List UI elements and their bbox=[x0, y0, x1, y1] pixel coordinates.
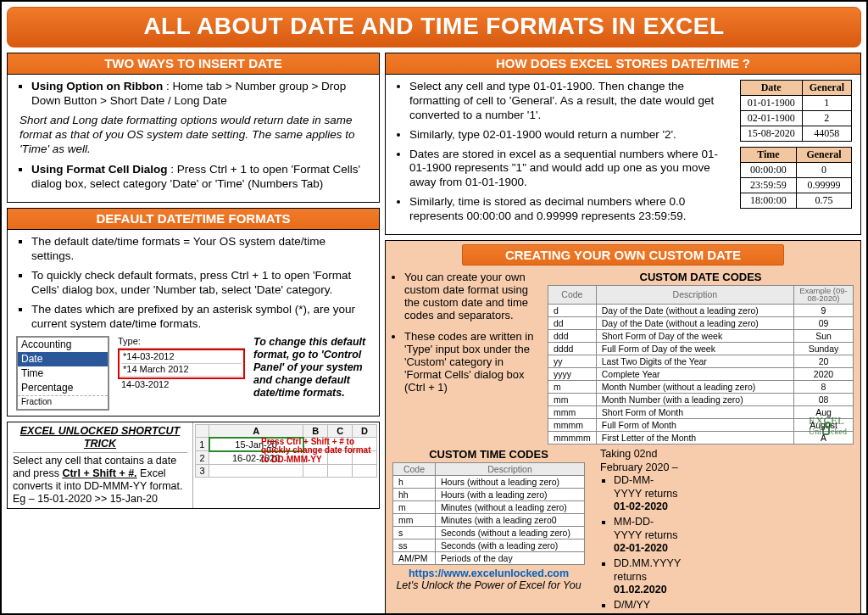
heading-custom: CREATING YOUR OWN CUSTOM DATE bbox=[462, 244, 785, 266]
time-code-row: ssSeconds (with a leading zero) bbox=[393, 539, 585, 551]
time-code-row: mMinutes (without a leading zero) bbox=[393, 500, 585, 513]
dc-h2: Example (09-08-2020) bbox=[794, 285, 854, 304]
date-code-row: ddDay of the Date (without a leading zer… bbox=[548, 316, 854, 329]
date-codes-table: Code Description Example (09-08-2020) dD… bbox=[548, 285, 854, 444]
stores-b2: Similarly, type 02-01-1900 would return … bbox=[409, 128, 733, 143]
opt1-label: Using Option on Ribbon bbox=[31, 80, 163, 92]
opt2-label: Using Format Cell Dialog bbox=[31, 163, 168, 176]
cat-fraction: Fraction bbox=[18, 395, 108, 409]
two-ways-item-2: Using Format Cell Dialog : Press Ctrl + … bbox=[31, 163, 370, 192]
trick-callout: Press Ctrl + Shift + # to quickly change… bbox=[261, 438, 376, 465]
heading-default-formats: DEFAULT DATE/TIME FORMATS bbox=[8, 209, 379, 230]
type-2: 14-03-2012 bbox=[118, 379, 245, 391]
date-code-row: yyLast Two Digits of the Year20 bbox=[548, 355, 854, 367]
dt-r2c1: 44058 bbox=[802, 126, 851, 142]
date-code-row: yyyyComplete Year2020 bbox=[548, 367, 854, 380]
time-code-row: sSeconds (without a leading zero) bbox=[393, 526, 585, 539]
date-code-row: mmMonth Number (with a leading zero)08 bbox=[548, 393, 854, 405]
cat-date: Date bbox=[18, 352, 108, 366]
stores-b1: Select any cell and type 01-01-1900. The… bbox=[409, 80, 733, 123]
tt-r0c0: 00:00:00 bbox=[740, 163, 796, 178]
type-1: *14 March 2012 bbox=[121, 364, 242, 377]
date-codes-block: CUSTOM DATE CODES Code Description Examp… bbox=[548, 271, 854, 444]
dt-r0c1: 1 bbox=[802, 96, 851, 111]
time-code-row: hhHours (with a leading zero) bbox=[393, 488, 585, 500]
custom-intro: You can create your own custom date form… bbox=[392, 271, 541, 444]
tt-r2c0: 18:00:00 bbox=[740, 193, 796, 209]
tt-r1c1: 0.99999 bbox=[797, 178, 852, 193]
footer-tagline: Let's Unlock the Power of Excel for You bbox=[396, 579, 581, 591]
date-code-row: ddddFull Form of Day of the weekSunday bbox=[548, 342, 854, 355]
dt-h1: Date bbox=[740, 81, 802, 96]
card-shortcut-trick: EXCEL UNLOCKED SHORTCUT TRICK Select any… bbox=[7, 422, 380, 509]
date-code-row: dddShort Form of Day of the weekSun bbox=[548, 329, 854, 342]
time-code-row: AM/PMPeriods of the day bbox=[393, 551, 585, 564]
dt-r1c0: 02-01-1900 bbox=[740, 111, 802, 126]
date-code-row: dDay of the Date (without a leading zero… bbox=[548, 304, 854, 316]
time-codes-table: Code Description hHours (without a leadi… bbox=[392, 462, 585, 565]
tc-h1: Description bbox=[436, 462, 585, 475]
date-code-row: mmmmFull Form of MonthAugust bbox=[548, 418, 854, 431]
defaults-b3: The dates which are prefixed by an aster… bbox=[31, 303, 370, 332]
tt-r1c0: 23:59:59 bbox=[740, 178, 796, 193]
stores-b4: Similarly, time is stored as decimal num… bbox=[409, 195, 733, 224]
page-title: ALL ABOUT DATE AND TIME FORMATS IN EXCEL bbox=[7, 7, 861, 48]
custom-intro-2: These codes are written in 'Type' input … bbox=[404, 330, 541, 394]
ex-3: DD.MM.YYYY returns 01.02.2020 bbox=[614, 557, 681, 597]
trick-key: Ctrl + Shift + #. bbox=[62, 467, 136, 479]
footer-link[interactable]: https://www.excelunlocked.com bbox=[409, 567, 569, 579]
defaults-b2: To quickly check default formats, press … bbox=[31, 269, 370, 298]
mock-type-list: Type: *14-03-2012 *14 March 2012 14-03-2… bbox=[118, 336, 245, 390]
two-ways-item-1: Using Option on Ribbon : Home tab > Numb… bbox=[31, 80, 370, 109]
dt-r1c1: 2 bbox=[802, 111, 851, 126]
dt-h2: General bbox=[802, 81, 851, 96]
trick-title: EXCEL UNLOCKED SHORTCUT TRICK bbox=[13, 425, 187, 453]
card-stores: HOW DOES EXCEL STORES DATE/TIME ? Select… bbox=[385, 53, 861, 235]
ex-1: DD-MM-YYYY returns 01-02-2020 bbox=[614, 474, 681, 514]
dt-r2c0: 15-08-2020 bbox=[740, 126, 802, 142]
tt-r0c1: 0 bbox=[797, 163, 852, 178]
ex-2: MM-DD-YYYY returns 02-01-2020 bbox=[614, 516, 681, 556]
cat-accounting: Accounting bbox=[18, 338, 108, 352]
sheet-corner bbox=[196, 424, 209, 438]
row-3: 3 bbox=[196, 464, 209, 477]
card-custom-date: CREATING YOUR OWN CUSTOM DATE You can cr… bbox=[385, 240, 861, 615]
col-c: C bbox=[328, 424, 353, 438]
cat-time: Time bbox=[18, 366, 108, 381]
row-1: 1 bbox=[196, 438, 209, 451]
stores-b3: Dates are stored in excel as a sequentia… bbox=[409, 148, 733, 191]
date-general-table: DateGeneral 01-01-19001 02-01-19002 15-0… bbox=[740, 80, 852, 142]
two-ways-note: Short and Long date formatting options w… bbox=[19, 114, 370, 157]
defaults-change-note: To change this default format, go to 'Co… bbox=[253, 336, 370, 400]
time-codes-block: CUSTOM TIME CODES Code Description hHour… bbox=[392, 448, 585, 615]
ex-4: D/M/YY returns 1/2/20 bbox=[614, 599, 681, 615]
card-two-ways: TWO WAYS TO INSERT DATE Using Option on … bbox=[7, 53, 380, 203]
time-codes-title: CUSTOM TIME CODES bbox=[392, 448, 585, 461]
mock-category-list: Accounting Date Time Percentage Fraction bbox=[16, 336, 109, 411]
date-codes-title: CUSTOM DATE CODES bbox=[548, 271, 854, 283]
heading-two-ways: TWO WAYS TO INSERT DATE bbox=[8, 53, 379, 75]
col-b: B bbox=[303, 424, 328, 438]
card-default-formats: DEFAULT DATE/TIME FORMATS The default da… bbox=[7, 208, 380, 417]
dt-r0c0: 01-01-1900 bbox=[740, 96, 802, 111]
col-a: A bbox=[209, 424, 303, 438]
heading-stores: HOW DOES EXCEL STORES DATE/TIME ? bbox=[386, 53, 860, 75]
dc-h1: Description bbox=[596, 285, 793, 304]
tc-h0: Code bbox=[393, 462, 436, 475]
date-code-row: mmmmmFirst Letter of the MonthA bbox=[548, 431, 854, 444]
date-code-row: mmmShort Form of MonthAug bbox=[548, 405, 854, 418]
tt-r2c1: 0.75 bbox=[797, 193, 852, 209]
dc-h0: Code bbox=[548, 285, 597, 304]
tt-h1: Time bbox=[740, 148, 796, 163]
cat-percentage: Percentage bbox=[18, 381, 108, 395]
time-code-row: mmMinutes (with a leading zero0 bbox=[393, 513, 585, 526]
time-general-table: TimeGeneral 00:00:000 23:59:590.99999 18… bbox=[740, 147, 852, 209]
tt-h2: General bbox=[797, 148, 852, 163]
row-2: 2 bbox=[196, 451, 209, 465]
time-code-row: hHours (without a leading zero) bbox=[393, 475, 585, 488]
type-0: *14-03-2012 bbox=[121, 351, 242, 364]
col-d: D bbox=[353, 424, 377, 438]
type-label: Type: bbox=[118, 336, 245, 349]
custom-intro-1: You can create your own custom date form… bbox=[404, 271, 541, 321]
date-code-row: mMonth Number (without a leading zero)8 bbox=[548, 380, 854, 393]
